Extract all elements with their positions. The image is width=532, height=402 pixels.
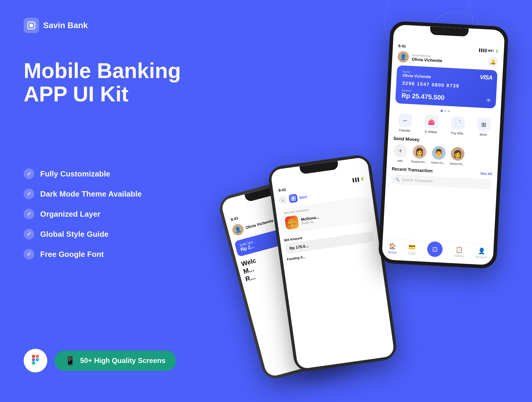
phone-2-status-icons: ▐▐▐🔋 [351, 176, 365, 182]
card-icon: 💳 [408, 243, 416, 251]
main-heading: Mobile Banking APP UI Kit [24, 59, 181, 106]
add-contact-icon: + [393, 144, 408, 158]
hide-balance-icon[interactable]: 👁 [486, 98, 491, 104]
action-ewallet[interactable]: 👛 E-Wallet [424, 115, 438, 134]
nav-history[interactable]: 📋 History [454, 246, 464, 258]
feature-item-4: ✓ Global Style Guide [24, 229, 142, 239]
svg-rect-3 [36, 354, 39, 358]
paybills-icon: 📄 [450, 116, 465, 130]
nav-home[interactable]: 🏠 Home [388, 242, 397, 254]
dot-3 [447, 110, 450, 112]
feature-item-5: ✓ Free Google Font [24, 249, 142, 260]
phone-2-time: 9:41 [278, 187, 286, 193]
figma-icon [30, 354, 41, 367]
nav-card[interactable]: 💳 Card [408, 243, 416, 255]
phone-2-logo-icon [288, 194, 298, 203]
search-icon: 🔍 [395, 177, 400, 182]
phone-1-time: 9:41 [398, 44, 406, 48]
check-icon-3: ✓ [24, 209, 34, 219]
action-transfer[interactable]: ↔️ Transfer [398, 113, 412, 132]
action-paybills-label: Pay Bills [451, 131, 463, 135]
svg-rect-1 [30, 24, 33, 27]
transfer-icon: ↔️ [398, 113, 412, 127]
svg-rect-8 [292, 197, 295, 200]
figma-badge [24, 349, 47, 372]
merchant-logo: 🍔 [285, 215, 299, 230]
contact-raisha-name: Raisha An... [411, 160, 427, 164]
feature-text-3: Organized Layer [40, 210, 100, 219]
user-greeting: 👤 Good Morning Olivia Vichentie [397, 51, 443, 65]
history-icon: 📋 [455, 246, 463, 253]
greeting-info: Good Morning Olivia Vichentie [412, 54, 443, 63]
svg-point-6 [36, 358, 39, 361]
phone-3-user-name: Olivia Vichentie [245, 218, 274, 230]
feature-item-2: ✓ Dark Mode Theme Available [24, 189, 142, 199]
phone-1-status-icons: ▐▐▐▐ WiFi 🔋 [478, 48, 499, 53]
contact-kevin-name: Kevin Fe... [431, 161, 445, 165]
heading-line1: Mobile Banking [24, 59, 181, 82]
action-paybills[interactable]: 📄 Pay Bills [450, 116, 465, 135]
see-all-button[interactable]: See All [480, 171, 492, 176]
contact-raisha[interactable]: 👩 Raisha An... [411, 145, 428, 164]
nav-account[interactable]: 👤 Account [476, 247, 488, 259]
header: Savin Bank [24, 18, 88, 33]
user-avatar: 👤 [397, 51, 409, 63]
nav-account-label: Account [476, 255, 487, 259]
brand-name: Savin Bank [43, 21, 88, 30]
qr-icon: ⊡ [432, 245, 438, 253]
contact-kevin[interactable]: 👨 Kevin Fe... [430, 146, 447, 165]
nav-history-label: History [454, 254, 464, 258]
contact-vanya-avatar: 👩 [450, 147, 465, 161]
heading-line2: APP UI Kit [24, 82, 181, 106]
phone-3-avatar: 👤 [231, 223, 245, 237]
svg-rect-4 [32, 358, 35, 361]
action-more[interactable]: ⊞ More [476, 117, 491, 137]
contact-vanya-name: Vanya Ro... [450, 162, 465, 166]
phone-1-screen: 9:41 ▐▐▐▐ WiFi 🔋 👤 Good Morning Olivia V… [382, 25, 505, 265]
phone-3-time: 9:41 [230, 216, 239, 222]
home-icon: 🏠 [389, 242, 396, 250]
bottom-nav: 🏠 Home 💳 Card ⊡ 📋 History [382, 238, 494, 265]
merchant-details: McDona... South Ja... [301, 215, 319, 225]
contact-kevin-avatar: 👨 [432, 146, 446, 160]
svg-rect-5 [32, 361, 35, 364]
bank-card: VISA Name Olivia Vichentie 3296 1547 080… [395, 65, 497, 108]
check-icon-5: ✓ [24, 249, 34, 260]
nav-card-label: Card [408, 251, 415, 255]
search-placeholder: Search Transaction [402, 178, 433, 183]
phone-2-back-button[interactable]: ‹ [278, 195, 288, 205]
card-number: 3296 1547 0800 8739 [402, 80, 491, 90]
phone-2-logo-text: Savi [299, 194, 307, 200]
check-icon-2: ✓ [24, 189, 34, 199]
logo-icon [24, 18, 39, 33]
dot-2 [444, 110, 446, 112]
contact-add[interactable]: + Add [392, 144, 408, 163]
phone-mini-icon: 📱 [65, 356, 75, 366]
ewallet-icon: 👛 [424, 115, 438, 129]
feature-text-5: Free Google Font [40, 250, 104, 259]
feature-text-1: Fully Customizable [40, 169, 110, 179]
more-icon: ⊞ [477, 117, 491, 132]
feature-item-3: ✓ Organized Layer [24, 209, 142, 219]
bottom-badges: 📱 50+ High Quality Screens [24, 349, 176, 372]
contact-raisha-avatar: 👩 [412, 145, 426, 159]
nav-fab-button[interactable]: ⊡ [427, 241, 443, 257]
feature-text-2: Dark Mode Theme Available [40, 189, 142, 199]
check-icon-1: ✓ [24, 168, 34, 179]
contact-vanya[interactable]: 👩 Vanya Ro... [449, 147, 466, 166]
phones-container: 9:41 ▐▐▐WiFi🔋 👤 Olivia Vichentie 3296 16… [233, 12, 514, 390]
screens-badge: 📱 50+ High Quality Screens [54, 351, 176, 371]
account-icon: 👤 [478, 247, 486, 255]
nav-home-label: Home [388, 250, 397, 255]
action-more-label: More [480, 132, 487, 136]
action-ewallet-label: E-Wallet [425, 130, 437, 134]
feature-text-4: Global Style Guide [40, 230, 108, 239]
screens-text: 50+ High Quality Screens [80, 356, 166, 365]
check-icon-4: ✓ [24, 229, 34, 239]
phone-1: 9:41 ▐▐▐▐ WiFi 🔋 👤 Good Morning Olivia V… [378, 21, 509, 269]
contact-add-label: Add [397, 159, 403, 163]
phone-2-logo: Savi [288, 192, 307, 203]
action-transfer-label: Transfer [398, 128, 411, 132]
notification-bell-icon[interactable]: 🔔 [488, 56, 498, 67]
send-money-title: Send Money [393, 136, 419, 142]
